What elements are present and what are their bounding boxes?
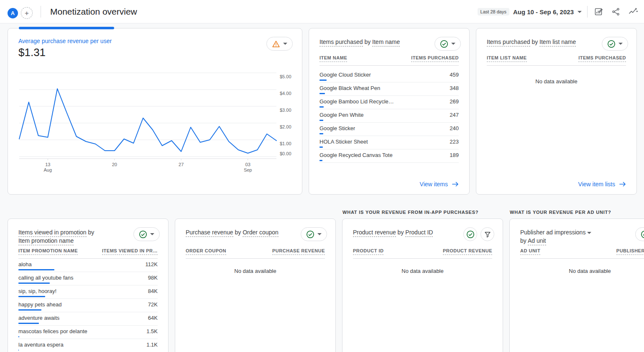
card-title-part[interactable]: Purchase revenue bbox=[186, 229, 233, 237]
customize-report-button[interactable] bbox=[593, 6, 605, 18]
status-group bbox=[434, 37, 461, 51]
column-header[interactable]: PRODUCT ID bbox=[353, 248, 383, 255]
warning-icon bbox=[272, 40, 280, 48]
card-title-part[interactable]: Order coupon bbox=[243, 229, 279, 237]
row-value: 112K bbox=[146, 261, 158, 267]
status-group bbox=[602, 37, 628, 51]
view-link-label: View items bbox=[420, 181, 448, 188]
no-data-issues-button[interactable] bbox=[133, 227, 160, 241]
metric-link[interactable]: Average purchase revenue per user bbox=[18, 38, 112, 44]
chevron-down-icon bbox=[317, 233, 322, 235]
view-link-label: View item lists bbox=[578, 181, 615, 188]
no-data-issues-button[interactable] bbox=[635, 227, 644, 241]
column-header[interactable]: ITEMS PURCHASED bbox=[578, 55, 626, 62]
column-header[interactable]: PURCHASE REVENUE bbox=[272, 248, 325, 255]
card-title-part[interactable]: Items purchased bbox=[319, 39, 363, 46]
card-title-part: by bbox=[520, 237, 528, 244]
add-comparison-button[interactable]: + bbox=[21, 7, 33, 19]
row-bar bbox=[18, 323, 39, 324]
insights-icon bbox=[628, 7, 638, 17]
column-header[interactable]: ITEM NAME bbox=[319, 55, 347, 62]
table-rows: aloha112Kcalling all youtube fans98Ksip,… bbox=[18, 259, 158, 352]
card-title-part[interactable]: Item promotion name bbox=[18, 237, 74, 245]
table-row: calling all youtube fans98K bbox=[18, 272, 158, 285]
row-bar bbox=[319, 133, 323, 134]
column-header[interactable]: PUBLISHER AD … bbox=[616, 248, 644, 255]
metric-selector-caret[interactable] bbox=[587, 229, 591, 235]
ok-check-icon bbox=[466, 230, 475, 239]
no-data-issues-button[interactable] bbox=[301, 227, 327, 241]
svg-text:Aug: Aug bbox=[44, 167, 52, 172]
filter-button[interactable] bbox=[480, 227, 494, 241]
card-title-part[interactable]: Item list name bbox=[539, 39, 576, 46]
status-group bbox=[635, 227, 644, 241]
date-range-picker[interactable]: Last 28 days Aug 10 - Sep 6, 2023 bbox=[478, 8, 582, 15]
card-title-part[interactable]: Ad unit bbox=[528, 237, 546, 245]
svg-text:$2.00: $2.00 bbox=[280, 124, 291, 129]
share-icon bbox=[611, 7, 621, 16]
table-row: Google Black Wheat Pen348 bbox=[319, 82, 459, 96]
chevron-down-icon bbox=[283, 43, 287, 45]
no-data-message: No data available bbox=[520, 268, 644, 274]
divider bbox=[587, 6, 588, 18]
no-data-issues-button[interactable] bbox=[463, 227, 477, 241]
row-bar bbox=[319, 106, 324, 108]
no-data-issues-button[interactable] bbox=[602, 37, 628, 51]
no-data-message: No data available bbox=[186, 268, 325, 274]
ok-check-icon bbox=[440, 40, 448, 48]
row-name: aloha bbox=[18, 261, 32, 267]
view-link[interactable]: View items bbox=[420, 181, 459, 188]
card-title: Purchase revenue by Order coupon bbox=[186, 227, 279, 236]
column-header[interactable]: PRODUCT REVENUE bbox=[443, 248, 492, 255]
row-value: 1.5K bbox=[146, 328, 158, 334]
data-quality-warning-button[interactable] bbox=[266, 37, 293, 51]
chevron-down-icon bbox=[587, 232, 591, 234]
insights-button[interactable] bbox=[627, 6, 639, 18]
svg-text:$1.00: $1.00 bbox=[280, 141, 291, 146]
column-header[interactable]: ITEM PROMOTION NAME bbox=[18, 248, 78, 255]
active-metric-tab-indicator bbox=[19, 27, 114, 29]
share-report-button[interactable] bbox=[610, 6, 622, 18]
table-row: Google Bamboo Lid Recycle…269 bbox=[319, 96, 459, 109]
row-value: 247 bbox=[450, 112, 459, 118]
column-header[interactable]: AD UNIT bbox=[520, 248, 540, 255]
card-title-part[interactable]: Items viewed in promotion bbox=[18, 229, 87, 237]
card-title-part[interactable]: Items purchased bbox=[487, 39, 530, 46]
table-rows bbox=[487, 66, 626, 69]
row-bar bbox=[319, 120, 323, 121]
status-group bbox=[463, 227, 494, 241]
svg-text:$5.00: $5.00 bbox=[280, 74, 291, 79]
row-value: 459 bbox=[450, 72, 459, 78]
table-header: ITEM PROMOTION NAMEITEMS VIEWED IN PR… bbox=[18, 248, 158, 259]
no-data-issues-button[interactable] bbox=[434, 37, 461, 51]
table-header: ITEM LIST NAMEITEMS PURCHASED bbox=[487, 55, 626, 66]
column-header[interactable]: ITEMS VIEWED IN PR… bbox=[102, 248, 158, 255]
column-header[interactable]: ORDER COUPON bbox=[186, 248, 226, 255]
no-data-message: No data available bbox=[353, 268, 492, 274]
no-data-message: No data available bbox=[487, 78, 626, 85]
card-title: Publisher ad impressionsby Ad unit bbox=[520, 227, 591, 245]
line-chart[interactable]: $0.00$1.00$2.00$3.00$4.00$5.0013Aug20270… bbox=[8, 67, 303, 193]
date-range-text: Aug 10 - Sep 6, 2023 bbox=[513, 8, 574, 15]
row-value: 189 bbox=[450, 152, 459, 158]
svg-text:$4.00: $4.00 bbox=[280, 91, 291, 96]
column-header[interactable]: ITEMS PURCHASED bbox=[411, 55, 459, 62]
card-title-part[interactable]: Product revenue bbox=[353, 229, 396, 237]
table-row: sip, sip, hooray!84K bbox=[18, 285, 158, 299]
card-title-part[interactable]: Product ID bbox=[405, 229, 433, 237]
view-link[interactable]: View item lists bbox=[578, 181, 626, 188]
table-row: Google Cloud Sticker459 bbox=[319, 69, 459, 82]
metric-value: $1.31 bbox=[18, 46, 46, 59]
avatar[interactable]: A bbox=[8, 8, 18, 18]
row-name: Google Bamboo Lid Recycle… bbox=[319, 98, 394, 105]
ok-check-icon bbox=[641, 230, 644, 239]
row-bar bbox=[18, 283, 50, 284]
filter-icon bbox=[484, 231, 491, 238]
row-name: happy pets ahead bbox=[18, 301, 61, 308]
chevron-down-icon bbox=[578, 11, 582, 13]
card-title-part[interactable]: Item name bbox=[372, 39, 400, 46]
card-title-part: by bbox=[396, 229, 406, 236]
column-header[interactable]: ITEM LIST NAME bbox=[487, 55, 527, 62]
row-name: Google Recycled Canvas Tote bbox=[319, 152, 393, 158]
chevron-down-icon bbox=[150, 233, 154, 235]
